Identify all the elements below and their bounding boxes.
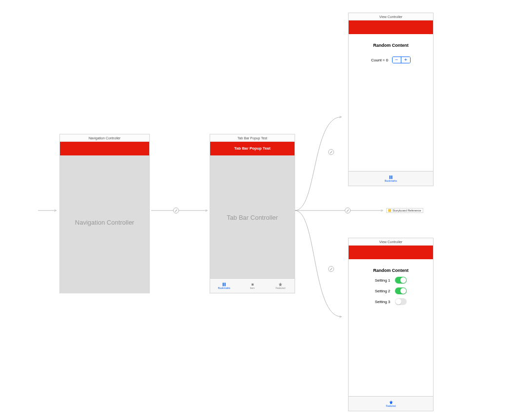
scene-view-controller-bottom[interactable]: View Controller Random Content Setting 1… [348, 238, 433, 411]
navigation-bar [60, 142, 149, 155]
stepper-minus-button[interactable]: − [393, 57, 401, 63]
navigation-bar [349, 246, 433, 259]
storyboard-reference[interactable]: Storyboard Reference [386, 208, 423, 213]
segue-badge[interactable] [345, 208, 351, 213]
setting-label: Setting 3 [375, 300, 391, 304]
scene-view-controller-top[interactable]: View Controller Random Content Count = 0… [348, 13, 433, 186]
count-stepper[interactable]: − + [392, 57, 411, 63]
storyboard-icon [388, 209, 391, 212]
storyboard-reference-label: Storyboard Reference [393, 209, 421, 212]
navigation-bar [349, 20, 433, 34]
setting-row-3: Setting 3 [349, 298, 433, 305]
segue-badge[interactable] [328, 266, 334, 272]
tab-item-featured[interactable]: Featured [266, 279, 295, 293]
scene-body: Random Content Setting 1 Setting 2 Setti… [349, 259, 433, 397]
tab-label: Item [250, 286, 255, 289]
tab-label: Featured [386, 404, 395, 407]
star-icon [278, 283, 283, 286]
setting-row-1: Setting 1 [349, 277, 433, 284]
tab-item-bookmarks[interactable]: Bookmarks [349, 172, 433, 186]
scene-title: Tab Bar Popup Test [210, 134, 295, 142]
setting-2-switch[interactable] [395, 287, 407, 294]
segue-badge[interactable] [328, 149, 334, 155]
stepper-plus-button[interactable]: + [401, 57, 410, 63]
tab-item-featured[interactable]: Featured [349, 397, 433, 411]
tab-label: Bookmarks [218, 286, 230, 289]
heading-random-content: Random Content [349, 34, 433, 48]
scene-title: View Controller [349, 13, 433, 20]
controller-label: Navigation Controller [60, 219, 149, 226]
scene-title: Navigation Controller [60, 134, 149, 142]
tab-bar: Bookmarks Item Featured [210, 278, 295, 293]
scene-tabbar-controller[interactable]: Tab Bar Popup Test Tab Bar Popup Test Ta… [210, 134, 295, 293]
tab-label: Bookmarks [385, 179, 397, 182]
heading-random-content: Random Content [349, 259, 433, 273]
scene-body: Tab Bar Controller [210, 155, 295, 279]
star-icon [389, 401, 394, 404]
scene-navigation-controller[interactable]: Navigation Controller Navigation Control… [59, 134, 150, 293]
setting-3-switch[interactable] [395, 298, 407, 305]
setting-label: Setting 2 [375, 289, 391, 293]
scene-title: View Controller [349, 238, 433, 246]
navigation-bar: Tab Bar Popup Test [210, 142, 295, 155]
setting-label: Setting 1 [375, 278, 391, 283]
controller-label: Tab Bar Controller [210, 214, 295, 221]
bookmarks-icon [222, 283, 227, 286]
square-icon [250, 283, 255, 286]
tab-bar: Bookmarks [349, 171, 433, 186]
tab-item-bookmarks[interactable]: Bookmarks [210, 279, 238, 293]
svg-rect-0 [251, 283, 253, 285]
setting-1-switch[interactable] [395, 277, 407, 284]
segue-badge[interactable] [173, 208, 179, 213]
bookmarks-icon [389, 175, 394, 179]
count-row: Count = 0 − + [349, 57, 433, 63]
tab-bar: Featured [349, 396, 433, 411]
scene-body: Navigation Controller [60, 155, 149, 293]
scene-body: Random Content Count = 0 − + [349, 34, 433, 172]
tab-label: Featured [276, 286, 285, 289]
tab-item-item[interactable]: Item [238, 279, 267, 293]
count-label: Count = 0 [371, 58, 388, 62]
setting-row-2: Setting 2 [349, 287, 433, 294]
